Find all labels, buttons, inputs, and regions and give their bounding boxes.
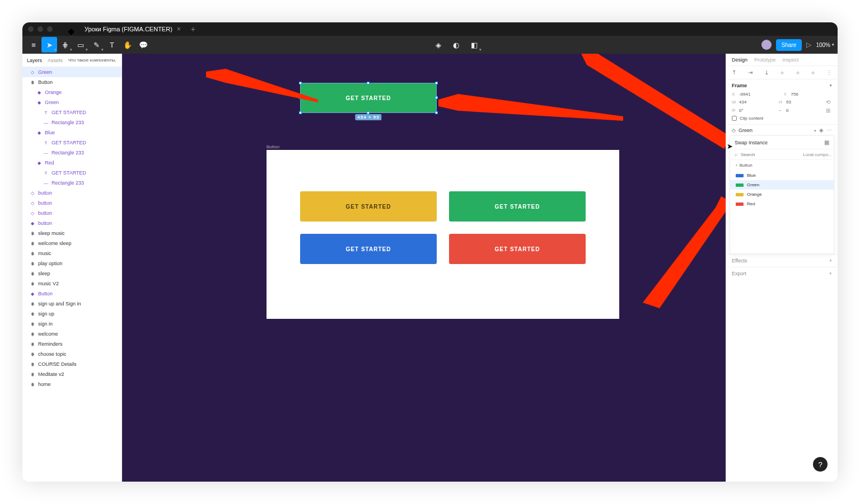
canvas-button[interactable]: GET STARTED [300, 234, 437, 264]
layer-item[interactable]: ◆Green [22, 97, 121, 107]
chevron-down-icon[interactable] [814, 128, 816, 133]
component-icon[interactable]: ◈ [431, 37, 446, 53]
canvas-button[interactable]: GET STARTED [300, 191, 437, 222]
layer-item[interactable]: ◇button [22, 188, 121, 198]
radius-field[interactable]: 0 [786, 108, 788, 113]
layer-item[interactable]: ⋕choose topic [22, 349, 121, 359]
layer-item[interactable]: TGET STARTED [22, 168, 121, 178]
layer-item[interactable]: ⋕Button [22, 77, 121, 87]
resize-handle[interactable] [435, 96, 438, 99]
resize-handle[interactable] [299, 111, 302, 114]
layer-list[interactable]: ◇Green⋕Button◆Orange◆GreenTGET STARTED—R… [22, 67, 121, 482]
layer-item[interactable]: ⋕play option [22, 258, 121, 269]
tab-inspect[interactable]: Inspect [783, 57, 799, 63]
layer-item[interactable]: ⋕sign up and Sign in [22, 299, 121, 309]
layer-item[interactable]: ⋕welcome sleep [22, 238, 121, 248]
layer-item[interactable]: ⋕music [22, 248, 121, 258]
layer-item[interactable]: ◇button [22, 208, 121, 218]
layer-item[interactable]: ⋕music V2 [22, 279, 121, 289]
share-button[interactable]: Share [776, 39, 802, 51]
grid-view-icon[interactable]: ▦ [824, 139, 829, 145]
comment-tool[interactable]: 💬 [135, 37, 151, 53]
w-field[interactable]: 434 [739, 100, 746, 105]
move-tool[interactable]: ➤ [41, 37, 57, 53]
link-icon[interactable]: ⟲ [826, 99, 832, 105]
swap-variant-item[interactable]: Orange [730, 190, 834, 199]
frame-label[interactable]: Button [267, 144, 279, 149]
resize-handle[interactable] [435, 111, 438, 114]
layer-item[interactable]: ⋕sleep [22, 269, 121, 279]
export-section[interactable]: Export+ [726, 267, 838, 280]
align-left-icon[interactable]: ⤒ [732, 69, 736, 76]
layer-item[interactable]: ⋕COURSE Details [22, 359, 121, 369]
canvas-button[interactable]: GET STARTED [449, 191, 586, 222]
add-icon[interactable]: + [829, 258, 832, 263]
resize-handle[interactable] [367, 82, 370, 84]
resize-handle[interactable] [435, 82, 438, 84]
layer-item[interactable]: ◇button [22, 198, 121, 208]
more-icon[interactable]: ⋯ [826, 127, 832, 133]
layer-item[interactable]: ◆Button [22, 289, 121, 299]
page-selector[interactable]: Что такое компоненты, как с... [68, 58, 117, 63]
button-frame[interactable]: GET STARTEDGET STARTEDGET STARTEDGET STA… [267, 150, 619, 319]
y-field[interactable]: 756 [791, 92, 798, 97]
traffic-min[interactable] [38, 26, 43, 32]
x-field[interactable]: -6941 [739, 92, 750, 97]
traffic-max[interactable] [47, 26, 53, 32]
layer-item[interactable]: TGET STARTED [22, 138, 121, 148]
help-button[interactable]: ? [813, 457, 828, 472]
layer-item[interactable]: —Rectangle 233 [22, 117, 121, 128]
present-icon[interactable]: ▷ [806, 41, 811, 49]
layer-item[interactable]: ⋕Reminders [22, 339, 121, 349]
text-tool[interactable]: T [104, 37, 120, 53]
angle-field[interactable]: 0° [739, 108, 744, 113]
layer-item[interactable]: —Rectangle 233 [22, 148, 121, 158]
pen-tool[interactable]: ✎ [88, 37, 104, 53]
swap-variant-item[interactable]: Red [730, 199, 834, 209]
layer-item[interactable]: ⋕sleep music [22, 228, 121, 238]
layer-item[interactable]: ◆Orange [22, 87, 121, 97]
resize-handle[interactable] [299, 82, 302, 84]
mask-icon[interactable]: ◐ [448, 37, 464, 53]
layer-item[interactable]: TGET STARTED [22, 107, 121, 117]
layer-item[interactable]: ⋕welcome [22, 329, 121, 339]
align-right-icon[interactable]: ⤓ [764, 69, 769, 76]
hand-tool[interactable]: ✋ [120, 37, 135, 53]
layer-item[interactable]: ◆Red [22, 158, 121, 168]
layer-item[interactable]: ⋕sign up [22, 309, 121, 319]
tab-prototype[interactable]: Prototype [754, 57, 776, 63]
layer-item[interactable]: ⋕sign in [22, 319, 121, 329]
instance-row[interactable]: ◇ Green ◈ ⋯ [726, 124, 838, 135]
effects-section[interactable]: Effects+ [726, 254, 838, 267]
avatar[interactable] [761, 40, 772, 50]
distribute-icon[interactable]: ⋮ [826, 69, 832, 76]
close-icon[interactable]: × [177, 25, 181, 33]
align-hcenter-icon[interactable]: ⇥ [748, 69, 752, 76]
selected-instance[interactable]: GET STARTED 434 × 93 [300, 83, 437, 113]
h-field[interactable]: 93 [786, 100, 791, 105]
zoom-level[interactable]: 100% [816, 42, 834, 48]
radius-detail-icon[interactable]: ⊞ [826, 107, 832, 114]
tab-design[interactable]: Design [732, 57, 747, 63]
align-bottom-icon[interactable]: ⟐ [811, 69, 815, 76]
layer-item[interactable]: ◇Green [22, 67, 121, 77]
align-vcenter-icon[interactable]: ⟐ [796, 69, 800, 76]
layer-item[interactable]: ◆Blue [22, 128, 121, 138]
tab-layers[interactable]: Layers [27, 58, 42, 63]
resize-handle[interactable] [299, 96, 302, 99]
clip-checkbox[interactable] [732, 116, 737, 121]
add-icon[interactable]: + [829, 271, 832, 276]
swap-variant-item[interactable]: Green [730, 180, 834, 190]
window-tab[interactable]: Уроки Figma (FIGMA.CENTER) × [80, 23, 185, 35]
tab-assets[interactable]: Assets [48, 58, 63, 63]
align-top-icon[interactable]: ⟐ [780, 69, 784, 76]
layer-item[interactable]: —Rectangle 233 [22, 178, 121, 188]
canvas-button[interactable]: GET STARTED [449, 234, 586, 264]
canvas[interactable]: GET STARTED 434 × 93 Button GET STARTEDG… [122, 54, 726, 482]
layer-item[interactable]: ⋕Meditate v2 [22, 369, 121, 379]
frame-tool[interactable]: ⋕ [57, 37, 73, 53]
swap-breadcrumb[interactable]: ‹ Button [730, 160, 834, 171]
add-tab-icon[interactable]: + [191, 25, 195, 34]
layer-item[interactable]: ◆button [22, 218, 121, 228]
menu-icon[interactable]: ≡ [26, 37, 41, 53]
